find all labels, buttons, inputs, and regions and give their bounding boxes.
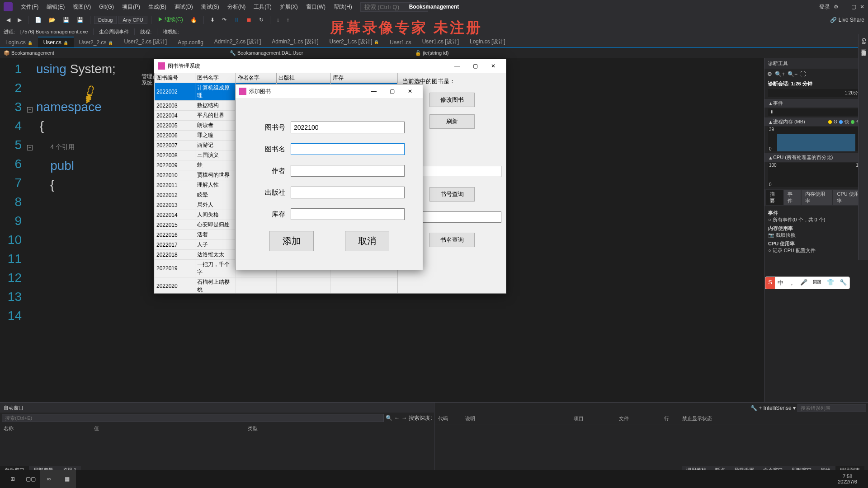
tab-user22[interactable]: User2_2.cs🔒: [74, 38, 119, 47]
menu-debug[interactable]: 调试(D): [171, 2, 197, 12]
menu-analyze[interactable]: 分析(N): [224, 2, 250, 12]
task-view-icon[interactable]: ▢▢: [22, 470, 40, 488]
platform-dropdown[interactable]: Any CPU: [118, 16, 147, 24]
right-side-tabs[interactable]: Git 更改 资源管理器: [858, 34, 868, 260]
step-into-icon[interactable]: ↓: [274, 16, 282, 24]
tab-admin22-design[interactable]: Admin2_2.cs [设计]: [209, 36, 266, 47]
menu-edit[interactable]: 编辑(E): [43, 2, 68, 12]
tab-login[interactable]: Login.cs🔒: [0, 38, 38, 47]
diag-events-header[interactable]: ▲ 事件: [764, 99, 868, 108]
stop-icon[interactable]: ⏹: [244, 16, 255, 24]
login-button[interactable]: 登录: [819, 3, 830, 11]
nav-prev-icon[interactable]: ←: [394, 415, 400, 421]
bookwin-titlebar[interactable]: 图书管理系统 — ▢ ✕: [154, 59, 506, 73]
zoom-in-icon[interactable]: 🔍+: [775, 71, 785, 77]
taskbar-app-icon[interactable]: ▦: [58, 470, 76, 488]
menu-git[interactable]: Git(G): [95, 2, 118, 11]
ime-lang[interactable]: 中: [775, 277, 786, 289]
restart-icon[interactable]: ↻: [256, 16, 266, 24]
maximize-icon[interactable]: ▢: [383, 86, 401, 96]
book-name-input[interactable]: [291, 143, 405, 155]
ime-punct-icon[interactable]: ，: [786, 277, 797, 289]
tab-user[interactable]: User.cs🔒: [38, 37, 74, 47]
close-icon[interactable]: ✕: [484, 61, 502, 71]
save-icon[interactable]: 💾: [60, 16, 72, 24]
maximize-icon[interactable]: ▢: [851, 4, 856, 10]
ime-tool-icon[interactable]: 🔧: [837, 277, 849, 289]
diag-cpu-header[interactable]: ▲ CPU (所有处理器的百分比): [764, 153, 868, 162]
step-out-icon[interactable]: ↑: [284, 16, 292, 24]
show-desktop[interactable]: [861, 470, 864, 488]
minimize-icon[interactable]: —: [842, 4, 848, 10]
error-search-input[interactable]: [797, 404, 866, 412]
menu-help[interactable]: 帮助(H): [330, 2, 356, 12]
menu-file[interactable]: 文件(F): [17, 2, 42, 12]
ime-keyboard-icon[interactable]: ⌨: [810, 277, 824, 289]
config-dropdown[interactable]: Debug: [94, 16, 117, 24]
ime-logo-icon[interactable]: S: [765, 277, 775, 289]
author-input[interactable]: [291, 165, 405, 177]
fold-icon[interactable]: −: [27, 145, 33, 150]
query-by-name-button[interactable]: 书名查询: [429, 233, 475, 247]
close-icon[interactable]: ✕: [401, 86, 419, 96]
search-icon[interactable]: 🔍: [386, 415, 392, 421]
query-by-id-button[interactable]: 书号查询: [429, 187, 475, 202]
save-all-icon[interactable]: 💾: [74, 16, 86, 24]
add-button[interactable]: 添加: [269, 231, 314, 251]
autos-header[interactable]: 自动窗口: [0, 403, 434, 413]
menu-extensions[interactable]: 扩展(X): [276, 2, 302, 12]
taskbar-vs-icon[interactable]: ∞: [40, 470, 58, 488]
nav-back-icon[interactable]: ◀: [4, 16, 13, 24]
live-share-button[interactable]: 🔗 Live Share: [830, 17, 864, 23]
menu-project[interactable]: 项目(P): [118, 2, 144, 12]
open-icon[interactable]: 📂: [46, 16, 58, 24]
tab-user1[interactable]: User1.cs: [384, 38, 416, 47]
tab-user22-design[interactable]: User2_2.cs [设计]: [118, 36, 172, 47]
step-icon[interactable]: ⬇: [208, 16, 217, 24]
nav-fwd-icon[interactable]: ▶: [15, 16, 24, 24]
maximize-icon[interactable]: ▢: [466, 61, 484, 71]
gear-icon[interactable]: ⚙: [767, 71, 772, 77]
process-dropdown[interactable]: [7576] Booksmanagement.exe: [20, 29, 88, 34]
diag-timeline[interactable]: 1:20分钟: [768, 89, 864, 97]
menu-view[interactable]: 视图(V): [69, 2, 94, 12]
ime-mic-icon[interactable]: 🎤: [797, 277, 810, 289]
autos-search-input[interactable]: [2, 414, 384, 422]
start-button[interactable]: ⊞: [4, 470, 22, 488]
tab-appconfig[interactable]: App.config: [172, 38, 209, 47]
menu-sys[interactable]: 系统: [142, 79, 152, 87]
snapshot-button[interactable]: 截取快照: [776, 232, 796, 238]
record-cpu-button[interactable]: 记录 CPU 配置文件: [773, 248, 816, 253]
step-over-icon[interactable]: ↷: [219, 16, 229, 24]
mem-chart[interactable]: 39 39 0 0: [768, 127, 864, 151]
nav-next-icon[interactable]: →: [401, 415, 407, 421]
reset-zoom-icon[interactable]: ⛶: [800, 71, 806, 77]
ime-toolbar[interactable]: S 中 ， 🎤 ⌨ 👕 🔧: [765, 277, 850, 289]
settings-icon[interactable]: ⚙: [834, 4, 839, 10]
diag-tab-summary[interactable]: 摘要: [766, 190, 783, 205]
refresh-button[interactable]: 刷新: [429, 114, 475, 129]
table-row[interactable]: 2022020石榴树上结樱桃: [155, 277, 397, 294]
minimize-icon[interactable]: —: [448, 61, 466, 71]
menu-build[interactable]: 生成(B): [145, 2, 170, 12]
stock-input[interactable]: [291, 208, 405, 220]
addbook-titlebar[interactable]: 添加图书 — ▢ ✕: [236, 84, 423, 98]
ime-skin-icon[interactable]: 👕: [824, 277, 837, 289]
pause-icon[interactable]: ⏸: [231, 16, 242, 24]
minimize-icon[interactable]: —: [365, 86, 383, 96]
zoom-out-icon[interactable]: 🔍−: [788, 71, 797, 77]
menu-tools[interactable]: 工具(T): [250, 2, 275, 12]
hot-reload-icon[interactable]: 🔥: [188, 16, 200, 24]
filter-dropdown[interactable]: 🔧 + IntelliSense ▾: [750, 405, 796, 411]
close-icon[interactable]: ✕: [860, 4, 864, 10]
diag-mem-header[interactable]: ▲ 进程内存 (MB) G 快 专...: [764, 117, 868, 126]
breadcrumb-class[interactable]: 🔧 Booksmanagement.DAL.User: [230, 50, 303, 56]
diag-tab-events[interactable]: 事件: [784, 190, 801, 205]
cancel-button[interactable]: 取消: [345, 231, 389, 251]
tab-admin21-design[interactable]: Admin2_1.cs [设计]: [266, 36, 324, 47]
modify-book-button[interactable]: 修改图书: [429, 93, 475, 107]
menu-window[interactable]: 窗口(W): [302, 2, 329, 12]
lifecycle-label[interactable]: 生命周期事件: [99, 28, 129, 35]
book-id-input[interactable]: [291, 122, 405, 133]
cpu-chart[interactable]: 100 100 0 0: [768, 163, 864, 187]
